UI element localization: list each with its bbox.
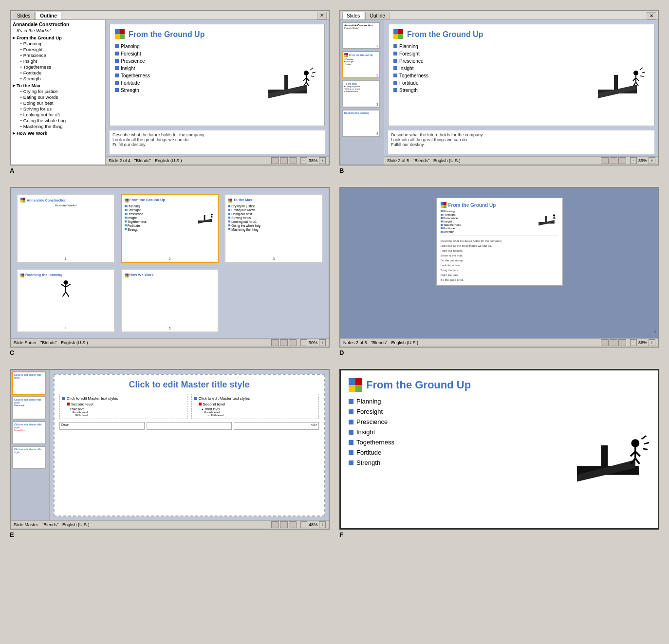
zoom-plus-b[interactable]: + [649,157,655,164]
panel-a: Slides Outline ✕ Annandale Construction … [10,10,330,166]
bullet-mark-f [349,409,353,414]
status-bar-a: Slide 2 of 4 "Blends" English (U.S.) − [106,156,329,165]
tab-slides-b[interactable]: Slides [342,12,364,19]
master-col1-main: Click to edit Master text styles [67,396,118,401]
view-normal-icon-c[interactable] [271,339,279,346]
bullet-mark-f [349,399,353,404]
view-icons-e[interactable] [271,521,297,528]
bullet-marker [393,81,397,85]
view-c: Annandale Construction It's in the Works… [10,187,330,348]
view-notes-icon[interactable] [289,157,297,164]
sorter-slide-2[interactable]: From the Ground Up Planning Foresight Pr… [121,194,219,263]
master-thumb-4[interactable]: Click to edit Master title style [12,446,46,469]
figure-icon [56,279,75,301]
outline-panel-a: Annandale Construction It's in the Works… [11,20,106,165]
view-notes-icon-b[interactable] [618,157,626,164]
sorter-slide-5[interactable]: How We Work 5 [121,269,219,332]
view-normal-icon-d[interactable] [601,339,609,346]
bullet-item: Planning [393,44,587,49]
zoom-minus-e[interactable]: − [300,521,307,528]
bullet-list-b: Planning Foresight Prescience Insight To… [393,44,587,121]
sorter-slide-4[interactable]: Roaming the loaming 4 [17,269,115,332]
icon-blue [115,29,120,34]
theme-c: "Blends" [40,340,57,345]
zoom-ctrl-a: − 38% + [300,157,326,164]
close-panel-b[interactable]: ✕ [647,12,656,19]
outline-section-3[interactable]: How We Work [13,130,103,136]
icon-blue-f [349,378,355,385]
master-thumb-1[interactable]: Click to edit Master title style [12,371,46,395]
bullet-mark-f [349,450,353,455]
view-icons-a[interactable] [271,157,297,164]
notes-bullet: Fortitude [441,227,535,230]
panel-e: Click to edit Master title style Click t… [10,369,330,530]
view-icons-b[interactable] [601,157,626,164]
outline-section-1[interactable]: From the Ground Up [13,35,103,40]
slide-count-a: Slide 2 of 4 [109,158,130,163]
view-sort-icon[interactable] [280,157,288,164]
slides-sidebar-b: Annandale Construction It's in the Works… [340,20,384,165]
zoom-plus-d[interactable]: + [649,339,655,346]
bullet-mark [125,213,127,215]
view-icons-c[interactable] [271,339,297,346]
slide-thumb-2[interactable]: From the Ground Up • Planning • Foresigh… [342,51,380,78]
sorter-title-3: To the Max [233,198,252,202]
close-panel-a[interactable]: ✕ [317,12,327,19]
notes-title-row: From the Ground Up [441,202,558,208]
slide-thumb-4[interactable]: Roaming the loaming 4 [342,110,380,137]
tab-outline-a[interactable]: Outline [36,12,61,19]
notes-slide-title: From the Ground Up [448,202,496,208]
slide-area-a: From the Ground Up Planning Foresight Pr… [106,20,329,165]
bullet-mark [441,217,443,219]
svg-line-38 [66,292,69,297]
master-thumb-2[interactable]: Click to edit Master title style Click t… [12,396,46,420]
slide-content-b: Planning Foresight Prescience Insight To… [393,44,649,121]
bullet-item: Insight [115,66,257,71]
view-normal-icon[interactable] [271,157,279,164]
view-sort-icon-e[interactable] [280,521,288,528]
icon-red-f [355,378,362,385]
slide-title-row: From the Ground Up [115,29,319,40]
status-bar-c: Slide Sorter "Blends" English (U.S.) − 9… [11,338,329,347]
master-thumb-3[interactable]: Click to edit Master title style Second … [12,421,46,444]
icon-green [120,34,125,39]
zoom-level-e: 48% [309,522,317,527]
zoom-plus-a[interactable]: + [319,157,326,164]
bullet-mark [228,224,230,226]
master-footer-center [147,422,232,430]
view-icons-d[interactable] [601,339,626,346]
view-notes-icon-c[interactable] [289,339,297,346]
slide-thumb-1[interactable]: Annandale Construction It's in the Works… [342,22,380,49]
zoom-minus-c[interactable]: − [300,339,307,346]
view-name-e: Slide Master [14,522,38,527]
view-sort-icon-d[interactable] [610,339,617,346]
outline-section-2[interactable]: To the Max [13,83,103,88]
zoom-minus-b[interactable]: − [630,157,637,164]
zoom-minus-a[interactable]: − [300,157,307,164]
tab-slides-a[interactable]: Slides [13,12,35,19]
slide-num: 3 [376,103,378,106]
view-sort-icon-b[interactable] [610,157,617,164]
bullet-mark [125,221,127,222]
master-title: Click to edit Master title style [59,380,319,390]
view-notes-icon-e[interactable] [289,521,297,528]
zoom-minus-d[interactable]: − [630,339,637,346]
outline-item: Going the whole hog [20,118,103,123]
view-notes-icon-d[interactable] [618,339,626,346]
zoom-plus-e[interactable]: + [319,521,326,528]
sorter-slide-3[interactable]: To the Max Crying for justice Eating our… [224,194,323,263]
notes-text-8: Fight the past. [441,274,558,276]
master-thumb-text-4: Click to edit Master title style [14,448,44,454]
sorter-slide-1[interactable]: Annandale Construction It's in the Works… [17,194,115,263]
bullet-mark [441,210,443,212]
slide-icon [115,29,126,40]
bullet-marker [115,66,119,70]
view-sort-icon-c[interactable] [280,339,288,346]
view-normal-icon-b[interactable] [601,157,609,164]
slide-thumb-3[interactable]: To the Max • Crying for justice • Eating… [342,80,380,108]
view-normal-icon-e[interactable] [271,521,279,528]
tab-outline-b[interactable]: Outline [365,12,390,19]
zoom-plus-c[interactable]: + [319,339,326,346]
status-bar-b: Slide 2 of 5 "Blends" English (U.S.) − [384,156,658,165]
bullet-marker [115,88,119,92]
